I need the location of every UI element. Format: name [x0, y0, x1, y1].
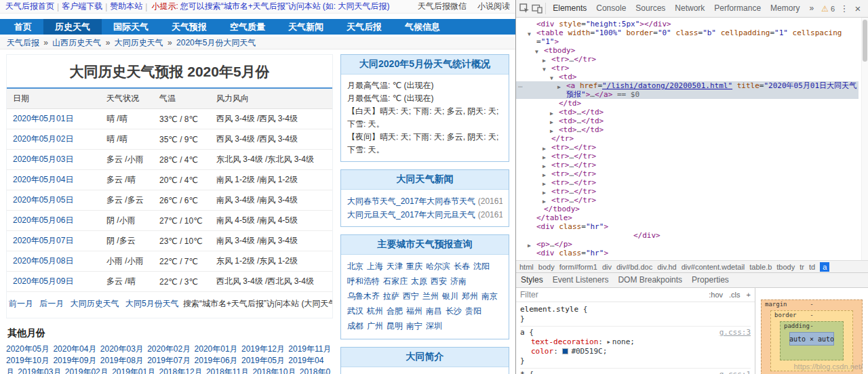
month-link[interactable]: 2019年08月 [100, 356, 144, 365]
devtools-tab-performance[interactable]: Performance [709, 0, 766, 17]
tree-node[interactable]: ▼<tbody> [516, 46, 859, 55]
dom-crumb[interactable]: tr [800, 263, 804, 271]
city-link[interactable]: 北京 [347, 259, 363, 274]
nav-item[interactable]: 首页 [3, 19, 43, 35]
news-link[interactable]: 大同元旦天气_2017年大同元旦天气 [347, 210, 475, 220]
tree-node[interactable]: ▶<td>…</td> [516, 108, 859, 117]
selected-tree-node[interactable]: ▶…<a href="/lishi/datong/20200501.html" … [516, 81, 859, 99]
dom-crumb[interactable]: form#form1 [559, 263, 597, 271]
month-link[interactable]: 2020年02月 [147, 344, 191, 354]
pager-link[interactable]: 大同历史天气 [71, 299, 119, 308]
date-link[interactable]: 2020年05月05日 [13, 195, 73, 205]
date-link[interactable]: 2020年05月03日 [13, 154, 73, 164]
home-link[interactable]: 天气后报首页 [5, 1, 54, 12]
devtools-tab-sources[interactable]: Sources [631, 0, 670, 17]
devtools-tab-elements[interactable]: Elements [548, 0, 591, 17]
tree-node[interactable]: ▼<table width="100%" border="0" class="b… [516, 28, 859, 46]
dom-crumb[interactable]: div.hd [657, 263, 677, 271]
date-link[interactable]: 2020年05月02日 [13, 134, 73, 144]
city-link[interactable]: 郑州 [462, 289, 478, 304]
tree-node[interactable]: <div style="height:5px"></div> [516, 20, 859, 28]
nav-item[interactable]: 天气新闻 [277, 19, 335, 35]
dom-crumb[interactable]: td [809, 263, 815, 271]
tree-node[interactable]: ▶<tr>…</tr> [516, 196, 859, 205]
pager-link[interactable]: 前一月 [9, 299, 33, 308]
devtools-tab-memory[interactable]: Memory [766, 0, 804, 17]
city-link[interactable]: 贵阳 [465, 304, 481, 318]
city-link[interactable]: 昆明 [387, 319, 403, 333]
month-link[interactable]: 2019年06月 [195, 356, 238, 365]
tree-node[interactable]: ▼<td> [516, 72, 859, 81]
style-toggle[interactable]: + [747, 291, 751, 299]
month-link[interactable]: 2020年04月 [53, 344, 96, 354]
pager-link[interactable]: 大同5月份天气 [125, 299, 179, 308]
wechat-link[interactable]: 天气后报微信 [418, 1, 467, 12]
city-link[interactable]: 呼和浩特 [347, 274, 380, 289]
dom-crumb[interactable]: tbody [776, 263, 795, 271]
rule-selector[interactable]: a [520, 328, 525, 337]
date-link[interactable]: 2020年05月09日 [13, 276, 73, 286]
client-download-link[interactable]: 客户端下载 [62, 1, 102, 12]
tree-node[interactable]: ▶<td>…</td> [516, 125, 859, 134]
scrollbar-thumb[interactable] [863, 20, 867, 62]
tree-node[interactable]: </div> [516, 231, 859, 240]
tree-node[interactable]: ▶<tr>…</tr> [516, 143, 859, 152]
city-link[interactable]: 乌鲁木齐 [347, 289, 380, 304]
city-link[interactable]: 福州 [406, 304, 422, 318]
dom-crumb[interactable]: div#content.wdetail [682, 263, 745, 271]
month-link[interactable]: 2019年10月 [6, 356, 50, 365]
tree-node[interactable]: ▶<tr>…</tr> [516, 169, 859, 178]
tree-node[interactable]: </tbody> [516, 205, 859, 213]
month-link[interactable]: 2020年05月 [6, 344, 50, 354]
collapsed-arrow-icon[interactable]: ▶ [557, 83, 561, 91]
tree-node[interactable]: <div class="hr"> [516, 222, 859, 231]
city-link[interactable]: 重庆 [406, 259, 422, 274]
date-link[interactable]: 2020年05月04日 [13, 175, 73, 184]
css-property[interactable]: text-decoration: ▶none; [520, 337, 751, 347]
node-menu-dots-icon[interactable]: … [518, 81, 524, 89]
nav-item[interactable]: 气候信息 [393, 19, 452, 35]
month-link[interactable]: 2019年07月 [147, 356, 191, 365]
breadcrumb-link[interactable]: 2020年5月份大同天气 [176, 38, 256, 47]
rule-selector[interactable]: element.style [520, 305, 578, 314]
date-link[interactable]: 2020年05月08日 [13, 256, 73, 266]
city-link[interactable]: 武汉 [347, 304, 363, 318]
city-link[interactable]: 银川 [442, 289, 458, 304]
date-link[interactable]: 2020年05月07日 [13, 236, 73, 245]
date-link[interactable]: 2020年05月06日 [13, 215, 73, 225]
close-icon[interactable]: × [851, 3, 865, 14]
sponsor-link[interactable]: 赞助本站 [110, 1, 142, 12]
devtools-tab-network[interactable]: Network [670, 0, 709, 17]
city-link[interactable]: 合肥 [387, 304, 403, 318]
box-model-content[interactable]: auto × auto [789, 332, 834, 346]
city-link[interactable]: 西宁 [403, 289, 419, 304]
city-link[interactable]: 成都 [347, 319, 363, 333]
city-link[interactable]: 石家庄 [383, 274, 408, 289]
console-warnings-badge[interactable]: ⚠ 6 [818, 4, 837, 14]
pager-link[interactable]: 后一月 [39, 299, 64, 308]
tree-node[interactable]: ▶<tr>…</tr> [516, 178, 859, 187]
dom-crumb[interactable]: body [538, 263, 555, 271]
city-link[interactable]: 深圳 [426, 319, 442, 333]
month-link[interactable]: 2019年03月 [18, 367, 61, 374]
city-link[interactable]: 长春 [454, 259, 470, 274]
city-link[interactable]: 南昌 [426, 304, 442, 318]
tree-node[interactable]: </table> [516, 213, 859, 222]
styles-tab-dom-breakpoints[interactable]: DOM Breakpoints [613, 273, 687, 287]
stylesheet-link[interactable]: g.css:3 [719, 328, 751, 337]
tree-node[interactable]: ▶<tr>…</tr> [516, 55, 859, 64]
city-link[interactable]: 天津 [387, 259, 403, 274]
month-link[interactable]: 2018年12月 [159, 367, 203, 374]
month-link[interactable]: 2019年11月 [288, 344, 331, 354]
city-link[interactable]: 哈尔滨 [426, 259, 450, 274]
city-link[interactable]: 济南 [450, 274, 467, 289]
city-link[interactable]: 南京 [481, 289, 498, 304]
dom-crumb[interactable]: div#bd.doc [616, 263, 652, 271]
month-link[interactable]: 2018年11月 [206, 367, 249, 374]
tip-search-link[interactable]: 您可以搜索“城市名+天气后报”访问本站 [180, 1, 321, 12]
kebab-menu-icon[interactable]: ⋮ [838, 3, 850, 14]
nav-item[interactable]: 空气质量 [218, 19, 277, 35]
devtools-tab-console[interactable]: Console [591, 0, 631, 17]
breadcrumb-link[interactable]: 天气后报 [7, 38, 39, 47]
style-toggle[interactable]: .cls [729, 291, 741, 299]
